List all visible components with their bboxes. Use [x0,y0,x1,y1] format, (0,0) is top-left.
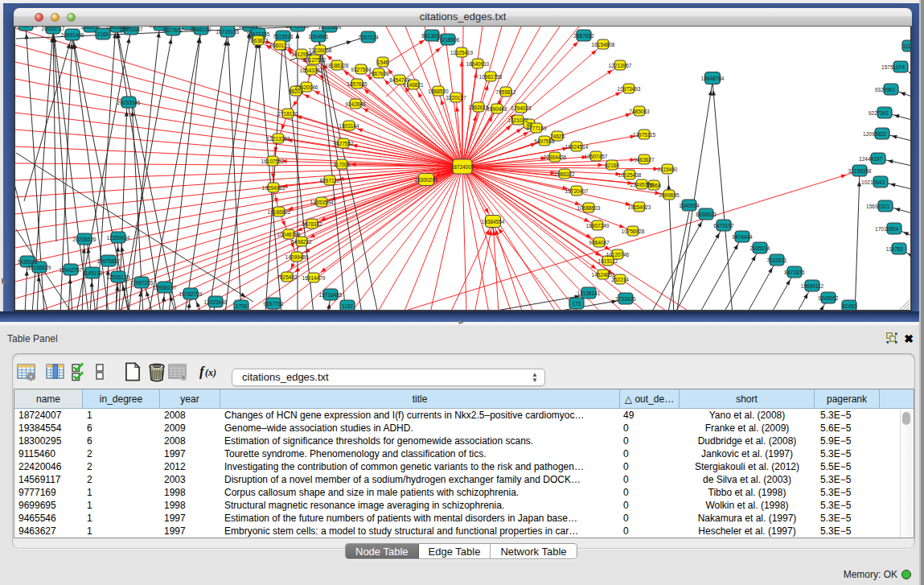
svg-text:7485063: 7485063 [629,109,650,114]
svg-text:10210643: 10210643 [861,179,885,185]
svg-text:2718170: 2718170 [277,111,298,117]
svg-text:14099489: 14099489 [285,254,309,260]
svg-text:7955812: 7955812 [495,89,516,95]
svg-text:7663822: 7663822 [248,38,269,43]
svg-text:18640910: 18640910 [466,61,490,67]
svg-text:10046788: 10046788 [277,232,301,237]
svg-text:12093822: 12093822 [863,131,886,137]
svg-text:1640954: 1640954 [679,203,700,208]
svg-text:20553717: 20553717 [42,27,65,31]
svg-text:18724007: 18724007 [451,164,474,170]
svg-text:1733426: 1733426 [615,296,636,302]
svg-text:8466160: 8466160 [191,27,211,32]
svg-text:12023448: 12023448 [204,299,228,305]
svg-text:117006: 117006 [333,162,351,167]
svg-text:9684067: 9684067 [589,240,610,245]
svg-text:20691406: 20691406 [61,32,84,38]
svg-text:9427552: 9427552 [333,141,354,146]
svg-text:9699695: 9699695 [659,192,680,198]
svg-text:9227341: 9227341 [869,110,889,116]
svg-text:16107552: 16107552 [261,159,285,164]
svg-text:19218506: 19218506 [437,37,460,43]
svg-text:26053346: 26053346 [117,100,141,105]
svg-text:98201: 98201 [289,89,303,94]
svg-text:18339721: 18339721 [239,27,262,29]
svg-text:7632621: 7632621 [766,257,787,263]
svg-text:10756928: 10756928 [622,229,645,234]
svg-text:62160: 62160 [605,163,619,168]
svg-text:1117: 1117 [903,43,911,49]
svg-text:2867608: 2867608 [368,71,389,76]
svg-text:12505135: 12505135 [107,274,130,280]
svg-text:92450: 92450 [842,303,856,309]
svg-text:10688603: 10688603 [577,205,601,211]
svg-text:12942757: 12942757 [60,267,83,273]
svg-text:16782759: 16782759 [179,291,203,297]
svg-text:2986322: 2986322 [554,171,575,177]
svg-text:1708: 1708 [236,303,248,309]
svg-text:16914479: 16914479 [302,275,326,281]
svg-text:19384554: 19384554 [482,219,505,225]
svg-text:9245052: 9245052 [818,295,839,301]
svg-text:10120746: 10120746 [606,252,630,257]
svg-text:1615112: 1615112 [598,258,618,264]
svg-text:19654985: 19654985 [262,185,285,191]
svg-text:1527602: 1527602 [162,27,183,33]
svg-text:2687682: 2687682 [573,33,594,39]
svg-text:15751074: 15751074 [881,64,905,70]
svg-text:17016504: 17016504 [875,226,898,232]
svg-text:16154808: 16154808 [592,42,615,47]
svg-text:10671355: 10671355 [247,31,270,37]
svg-text:10654112: 10654112 [801,283,824,289]
svg-text:10653387: 10653387 [120,27,143,32]
svg-text:173: 173 [573,301,581,307]
svg-text:12213383: 12213383 [267,136,290,142]
svg-text:3220137: 3220137 [446,95,466,101]
svg-text:1588520: 1588520 [428,89,449,94]
svg-text:9146821: 9146821 [403,82,424,88]
svg-text:15716485: 15716485 [319,292,343,298]
svg-text:19166822: 19166822 [268,209,291,215]
svg-text:10719155: 10719155 [216,29,240,35]
svg-text:13353594: 13353594 [310,200,334,205]
svg-text:15720407: 15720407 [565,188,589,194]
svg-text:1342077: 1342077 [80,27,101,30]
svg-text:18127502: 18127502 [303,57,326,63]
svg-text:1064981: 1064981 [308,34,329,39]
svg-text:1362615: 1362615 [468,105,489,110]
svg-text:7515526: 7515526 [273,34,294,39]
svg-text:18186328: 18186328 [326,63,349,68]
svg-text:1192: 1192 [342,303,353,309]
svg-text:12156829: 12156829 [28,265,51,270]
svg-text:14055713: 14055713 [15,27,38,28]
svg-text:252214: 252214 [611,277,629,282]
svg-text:9657791: 9657791 [263,301,284,307]
svg-text:10025438: 10025438 [618,172,642,178]
svg-text:7357224: 7357224 [358,35,379,40]
svg-text:1803144: 1803144 [339,123,359,129]
svg-text:9463627: 9463627 [634,157,655,163]
svg-text:19975867: 19975867 [97,258,121,264]
svg-text:32159358: 32159358 [848,168,872,174]
svg-text:8471876: 8471876 [784,270,805,275]
svg-text:7435001: 7435001 [17,259,38,265]
svg-text:18924514: 18924514 [565,144,589,150]
svg-text:10507457: 10507457 [585,154,608,159]
svg-text:5498222: 5498222 [291,239,312,245]
svg-text:75864: 75864 [647,183,661,188]
svg-text:7625402: 7625402 [277,274,298,280]
svg-text:2169: 2169 [97,31,109,37]
svg-text:1145193: 1145193 [83,270,103,276]
svg-text:20364436: 20364436 [544,154,567,160]
svg-text:1621072: 1621072 [507,117,528,123]
svg-text:1857685: 1857685 [347,81,368,87]
svg-text:8660123: 8660123 [269,43,290,48]
svg-text:15722061: 15722061 [286,27,310,29]
svg-text:14136141: 14136141 [577,290,601,296]
svg-text:12213967: 12213967 [609,63,632,68]
svg-text:18300295: 18300295 [415,177,438,183]
svg-text:8938923: 8938923 [696,212,717,217]
svg-text:6479197: 6479197 [713,223,734,229]
svg-text:1546: 1546 [377,60,389,65]
svg-text:11325419: 11325419 [450,50,474,56]
